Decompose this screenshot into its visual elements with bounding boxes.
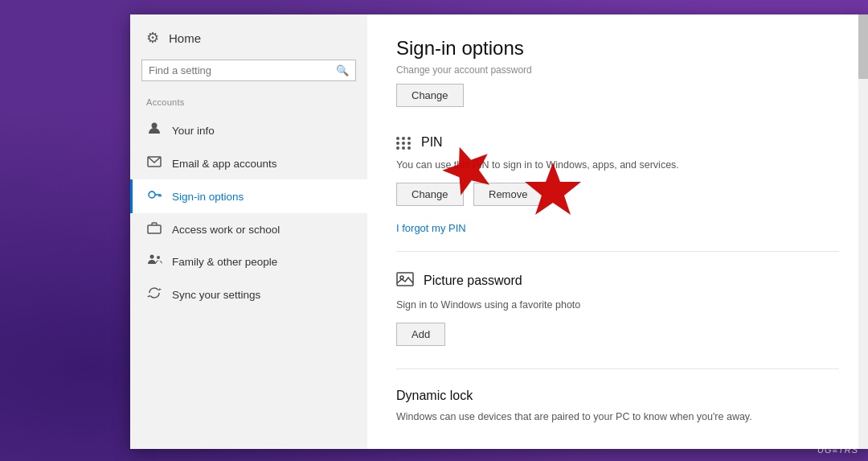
search-input[interactable] (149, 64, 331, 76)
sidebar-item-signin-options[interactable]: Sign-in options (130, 179, 367, 213)
pin-icon (396, 133, 411, 151)
family-icon (146, 253, 162, 270)
sidebar-item-email-label: Email & app accounts (172, 158, 277, 170)
svg-point-2 (149, 191, 155, 198)
dynamic-lock-desc: Windows can use devices that are paired … (396, 410, 839, 425)
sidebar-section-label: Accounts (130, 93, 367, 113)
scrollbar-thumb[interactable] (858, 14, 868, 79)
pin-title: PIN (421, 135, 443, 150)
pin-section: PIN You can use this PIN to sign in to W… (396, 133, 839, 252)
picture-password-section: Picture password Sign in to Windows usin… (396, 271, 839, 369)
page-title: Sign-in options (396, 37, 839, 60)
subtitle-text: Change your account password (396, 64, 839, 76)
picture-password-desc: Sign in to Windows using a favorite phot… (396, 298, 839, 313)
sidebar-item-your-info[interactable]: Your info (130, 113, 367, 147)
search-icon[interactable]: 🔍 (336, 64, 349, 76)
sync-icon (146, 286, 162, 303)
svg-rect-10 (397, 273, 413, 286)
dynamic-lock-title: Dynamic lock (396, 389, 473, 403)
pin-remove-button[interactable]: Remove (473, 183, 542, 206)
picture-password-title: Picture password (424, 274, 522, 288)
sidebar-item-family[interactable]: Family & other people (130, 245, 367, 278)
pin-change-button[interactable]: Change (396, 183, 464, 206)
svg-rect-6 (148, 225, 161, 233)
settings-window: ⚙ Home 🔍 Accounts Your info (130, 14, 868, 449)
svg-point-7 (150, 255, 154, 259)
sidebar-item-sync-label: Sync your settings (172, 289, 260, 301)
sidebar: ⚙ Home 🔍 Accounts Your info (130, 14, 367, 449)
briefcase-icon (146, 221, 162, 237)
pin-section-header: PIN (396, 133, 839, 151)
picture-password-add-button[interactable]: Add (396, 323, 445, 346)
change-password-button[interactable]: Change (396, 84, 464, 107)
scrollbar-track[interactable] (858, 14, 868, 449)
person-icon (146, 121, 162, 139)
watermark: UG≡TRS (817, 445, 858, 455)
main-content: Sign-in options Change your account pass… (367, 14, 868, 449)
pin-description: You can use this PIN to sign in to Windo… (396, 158, 839, 173)
picture-password-icon (396, 271, 414, 291)
search-box[interactable]: 🔍 (141, 60, 356, 81)
key-icon (146, 187, 162, 205)
sidebar-item-work-label: Access work or school (172, 224, 280, 236)
mail-icon (146, 155, 162, 171)
forgot-pin-link[interactable]: I forgot my PIN (396, 222, 466, 234)
gear-icon: ⚙ (146, 29, 159, 47)
svg-point-8 (157, 256, 160, 259)
dynamic-lock-section: Dynamic lock Windows can use devices tha… (396, 389, 839, 450)
sidebar-item-your-info-label: Your info (172, 125, 215, 137)
home-label: Home (169, 31, 201, 45)
sidebar-item-family-label: Family & other people (172, 256, 277, 268)
svg-point-0 (152, 123, 158, 129)
home-nav-item[interactable]: ⚙ Home (130, 14, 367, 60)
picture-password-header: Picture password (396, 271, 839, 291)
sidebar-item-work-school[interactable]: Access work or school (130, 213, 367, 245)
sidebar-item-sync[interactable]: Sync your settings (130, 278, 367, 311)
dynamic-lock-header: Dynamic lock (396, 389, 839, 403)
sidebar-item-signin-label: Sign-in options (172, 191, 244, 203)
sidebar-item-email[interactable]: Email & app accounts (130, 147, 367, 179)
